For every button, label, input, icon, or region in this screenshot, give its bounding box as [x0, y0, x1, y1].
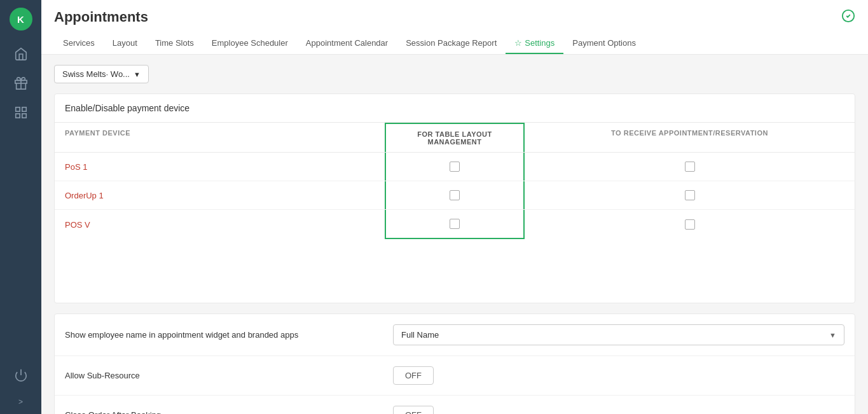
tab-services[interactable]: Services: [54, 33, 104, 54]
grid-icon[interactable]: [9, 100, 33, 125]
table-row: PoS 1: [55, 153, 855, 181]
home-icon[interactable]: [9, 42, 33, 66]
settings-label-sub-resource: Allow Sub-Resource: [65, 371, 383, 380]
close-order-toggle[interactable]: OFF: [393, 406, 434, 414]
nav-tabs: Services Layout Time Slots Employee Sche…: [54, 33, 855, 54]
device-name-posv: POS V: [55, 210, 385, 239]
settings-control-sub-resource: OFF: [393, 366, 844, 385]
chevron-down-icon: ▼: [134, 71, 141, 78]
th-payment-device: PAYMENT DEVICE: [55, 123, 385, 152]
svg-rect-3: [22, 107, 25, 111]
appt-checkbox-orderup1[interactable]: [525, 181, 855, 209]
gift-icon[interactable]: [9, 71, 33, 95]
sidebar-bottom: >: [9, 363, 33, 406]
checkbox-table-orderup1[interactable]: [450, 190, 460, 200]
tab-layout[interactable]: Layout: [104, 33, 146, 54]
full-name-select[interactable]: Full Name ▼: [393, 324, 844, 345]
full-name-value: Full Name: [401, 330, 439, 340]
user-avatar[interactable]: K: [10, 8, 32, 31]
th-table-layout: FOR TABLE LAYOUT MANAGEMENT: [385, 123, 525, 152]
settings-label-close-order: Close Order After Booking: [65, 410, 383, 414]
device-name-orderup1: OrderUp 1: [55, 181, 385, 209]
empty-space: [55, 239, 855, 303]
settings-row-close-order: Close Order After Booking OFF: [55, 396, 855, 414]
settings-control-employee-name: Full Name ▼: [393, 324, 844, 345]
location-label: Swiss Melts· Wo...: [62, 69, 130, 79]
settings-row-employee-name: Show employee name in appointment widget…: [55, 314, 855, 356]
power-icon[interactable]: [9, 363, 33, 387]
content-area: Swiss Melts· Wo... ▼ Enable/Disable paym…: [41, 55, 868, 414]
table-checkbox-pos1[interactable]: [385, 153, 525, 181]
chevron-down-icon: ▼: [829, 331, 836, 339]
tab-session-package[interactable]: Session Package Report: [397, 33, 506, 54]
table-checkbox-posv[interactable]: [385, 210, 525, 239]
main-content: Appointments Services Layout Time Slots …: [41, 0, 868, 414]
table-row: OrderUp 1: [55, 181, 855, 210]
checkbox-appt-orderup1[interactable]: [685, 190, 695, 200]
checkbox-appt-posv[interactable]: [685, 219, 695, 230]
tab-payment-options[interactable]: Payment Options: [563, 33, 645, 54]
checkbox-appt-pos1[interactable]: [685, 162, 695, 172]
checkbox-table-posv[interactable]: [450, 219, 460, 229]
expand-button[interactable]: >: [18, 397, 23, 406]
sub-resource-toggle[interactable]: OFF: [393, 366, 434, 385]
star-icon: ☆: [514, 38, 522, 48]
settings-card: Show employee name in appointment widget…: [54, 314, 855, 414]
tab-employee-scheduler[interactable]: Employee Scheduler: [203, 33, 297, 54]
settings-label-employee-name: Show employee name in appointment widget…: [65, 330, 383, 340]
location-selector: Swiss Melts· Wo... ▼: [54, 65, 855, 83]
location-dropdown[interactable]: Swiss Melts· Wo... ▼: [54, 65, 149, 83]
payment-device-title: Enable/Disable payment device: [55, 94, 855, 123]
header: Appointments Services Layout Time Slots …: [41, 0, 868, 55]
settings-control-close-order: OFF: [393, 406, 844, 414]
settings-row-sub-resource: Allow Sub-Resource OFF: [55, 356, 855, 396]
tab-time-slots[interactable]: Time Slots: [146, 33, 203, 54]
payment-device-card: Enable/Disable payment device PAYMENT DE…: [54, 93, 855, 303]
table-header: PAYMENT DEVICE FOR TABLE LAYOUT MANAGEME…: [55, 123, 855, 153]
check-circle-icon[interactable]: [841, 9, 855, 26]
tab-appointment-calendar[interactable]: Appointment Calendar: [297, 33, 397, 54]
table-checkbox-orderup1[interactable]: [385, 181, 525, 209]
svg-rect-4: [22, 114, 25, 118]
payment-device-table: PAYMENT DEVICE FOR TABLE LAYOUT MANAGEME…: [55, 123, 855, 303]
table-row: POS V: [55, 210, 855, 239]
svg-rect-5: [15, 114, 19, 118]
checkbox-table-pos1[interactable]: [450, 162, 460, 172]
page-title: Appointments: [54, 9, 855, 25]
tab-settings[interactable]: ☆ Settings: [506, 33, 563, 54]
th-appointment: TO RECEIVE APPOINTMENT/RESERVATION: [525, 123, 855, 152]
appt-checkbox-posv[interactable]: [525, 210, 855, 239]
appt-checkbox-pos1[interactable]: [525, 153, 855, 181]
device-name-pos1: PoS 1: [55, 153, 385, 181]
svg-rect-2: [15, 107, 19, 111]
sidebar: K >: [0, 0, 41, 414]
